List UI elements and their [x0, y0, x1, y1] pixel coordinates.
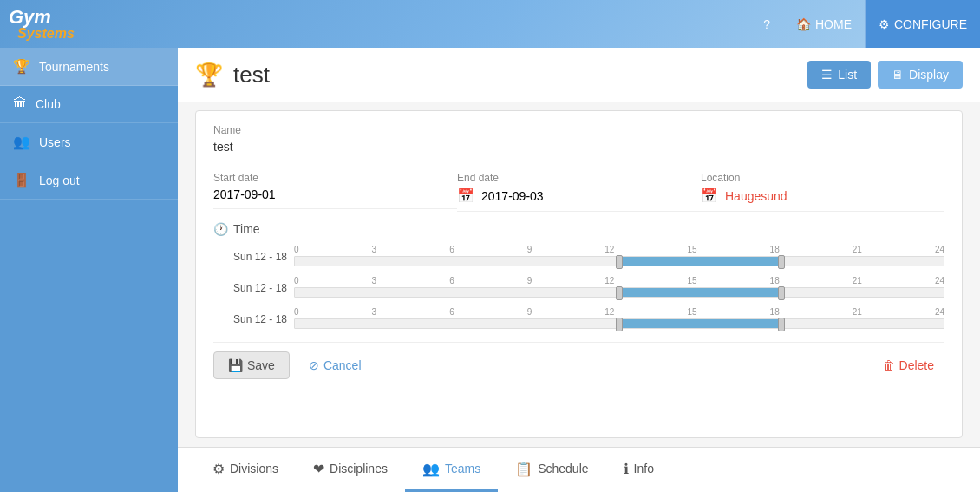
- timeline-track-1: 03691215182124: [294, 276, 944, 300]
- header: Gym Systems ? 🏠 HOME ⚙ CONFIGURE: [0, 0, 980, 48]
- delete-button[interactable]: 🗑 Delete: [872, 352, 944, 378]
- timeline-track-2: 03691215182124: [294, 307, 944, 331]
- timeline-bar-area-1[interactable]: [294, 287, 944, 298]
- timeline-handle-right-2[interactable]: [778, 318, 785, 331]
- bottom-tabs: ⚙ Divisions ❤ Disciplines 👥 Teams 📋 Sche…: [178, 447, 980, 492]
- main-layout: 🏆 Tournaments 🏛 Club 👥 Users 🚪 Log out 🏆…: [0, 48, 980, 492]
- tab-divisions[interactable]: ⚙ Divisions: [195, 449, 296, 492]
- start-date-col: Start date 2017-09-01: [213, 172, 457, 212]
- timeline-scale-1: 03691215182124: [294, 276, 944, 285]
- page-title-area: 🏆 test: [195, 62, 270, 89]
- logo: Gym Systems: [9, 8, 75, 41]
- list-button[interactable]: ☰ List: [807, 61, 871, 89]
- clock-icon: 🕐: [213, 222, 228, 236]
- timeline-handle-right-1[interactable]: [778, 286, 785, 300]
- sidebar-item-users[interactable]: 👥 Users: [0, 123, 178, 161]
- timeline-row-1: Sun 12 - 18 03691215182124: [213, 276, 944, 300]
- end-date-col: End date 📅 2017-09-03: [457, 172, 701, 212]
- cancel-button[interactable]: ⊘ Cancel: [298, 351, 372, 379]
- form-footer: 💾 Save ⊘ Cancel 🗑 Delete: [213, 342, 944, 379]
- footer-left-buttons: 💾 Save ⊘ Cancel: [213, 351, 372, 379]
- form-card: Name test Start date 2017-09-01 End date…: [195, 110, 963, 438]
- timeline-track-0: 03691215182124: [294, 245, 944, 269]
- divisions-icon: ⚙: [212, 461, 225, 477]
- start-date-label: Start date: [213, 172, 457, 184]
- teams-icon: 👥: [422, 461, 440, 477]
- tab-teams[interactable]: 👥 Teams: [405, 449, 498, 492]
- content-area: 🏆 test ☰ List 🖥 Display Name test: [178, 48, 980, 492]
- location-label: Location: [701, 172, 944, 184]
- sidebar: 🏆 Tournaments 🏛 Club 👥 Users 🚪 Log out: [0, 48, 178, 492]
- save-button[interactable]: 💾 Save: [213, 351, 290, 379]
- timeline-bar-0: [619, 257, 781, 266]
- timeline-scale-2: 03691215182124: [294, 307, 944, 317]
- display-button[interactable]: 🖥 Display: [878, 61, 963, 89]
- timeline-label-1: Sun 12 - 18: [213, 282, 287, 294]
- end-date-label: End date: [457, 172, 701, 184]
- sidebar-item-logout[interactable]: 🚪 Log out: [0, 161, 178, 200]
- calendar-icon-end: 📅: [457, 187, 474, 204]
- sidebar-item-club[interactable]: 🏛 Club: [0, 86, 178, 123]
- end-date-value: 📅 2017-09-03: [457, 187, 701, 212]
- dates-row: Start date 2017-09-01 End date 📅 2017-09…: [213, 172, 944, 212]
- page-icon: 🏆: [195, 62, 223, 89]
- trash-icon: 🗑: [883, 358, 895, 372]
- location-value: 📅 Haugesund: [701, 187, 944, 212]
- timeline-row-2: Sun 12 - 18 03691215182124: [213, 307, 944, 331]
- page-actions: ☰ List 🖥 Display: [807, 61, 963, 89]
- logout-icon: 🚪: [13, 172, 30, 188]
- club-icon: 🏛: [13, 96, 27, 112]
- info-icon: ℹ: [624, 461, 629, 477]
- display-icon: 🖥: [892, 68, 904, 82]
- timeline-handle-left-1[interactable]: [616, 286, 623, 300]
- sidebar-item-tournaments[interactable]: 🏆 Tournaments: [0, 48, 178, 86]
- help-button[interactable]: ?: [750, 0, 783, 48]
- page-title: test: [233, 62, 270, 89]
- timeline-handle-left-0[interactable]: [616, 255, 623, 269]
- list-icon: ☰: [821, 68, 833, 82]
- schedule-icon: 📋: [515, 461, 532, 477]
- tab-info[interactable]: ℹ Info: [606, 449, 671, 492]
- name-value: test: [213, 140, 944, 161]
- trophy-icon: 🏆: [13, 58, 30, 75]
- configure-button[interactable]: ⚙ CONFIGURE: [865, 0, 980, 48]
- home-button[interactable]: 🏠 HOME: [783, 0, 865, 48]
- timeline-scale-0: 03691215182124: [294, 245, 944, 254]
- save-icon: 💾: [228, 358, 243, 372]
- cancel-icon: ⊘: [309, 358, 319, 372]
- start-date-value: 2017-09-01: [213, 187, 457, 209]
- location-col: Location 📅 Haugesund: [701, 172, 944, 212]
- timeline-bar-area-0[interactable]: [294, 256, 944, 266]
- time-section: 🕐 Time Sun 12 - 18 03691215182124: [213, 222, 944, 331]
- logo-gym: Gym: [9, 8, 75, 27]
- home-icon: 🏠: [796, 17, 811, 31]
- timeline-bar-area-2[interactable]: [294, 318, 944, 329]
- header-nav: ? 🏠 HOME ⚙ CONFIGURE: [750, 0, 980, 48]
- timeline-handle-left-2[interactable]: [616, 318, 623, 331]
- timeline-label-0: Sun 12 - 18: [213, 251, 287, 263]
- users-icon: 👥: [13, 134, 30, 150]
- timeline-bar-2: [619, 319, 781, 328]
- name-label: Name: [213, 124, 944, 136]
- tab-schedule[interactable]: 📋 Schedule: [498, 449, 605, 492]
- page-header: 🏆 test ☰ List 🖥 Display: [178, 48, 980, 102]
- timeline-label-2: Sun 12 - 18: [213, 313, 287, 325]
- time-header: 🕐 Time: [213, 222, 944, 236]
- configure-icon: ⚙: [879, 17, 890, 31]
- location-icon: 📅: [701, 187, 718, 204]
- timeline-bar-1: [619, 288, 781, 297]
- logo-systems: Systems: [17, 27, 75, 41]
- timeline-row-0: Sun 12 - 18 03691215182124: [213, 245, 944, 269]
- disciplines-icon: ❤: [313, 461, 324, 477]
- tab-disciplines[interactable]: ❤ Disciplines: [296, 449, 405, 492]
- timeline-handle-right-0[interactable]: [778, 255, 785, 269]
